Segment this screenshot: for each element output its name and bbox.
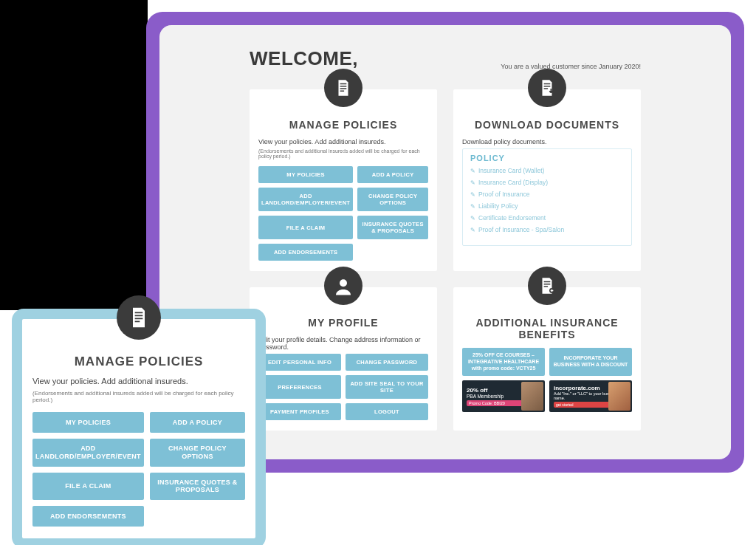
- logout-button[interactable]: LOGOUT: [346, 403, 428, 420]
- additional-benefits-title: ADDITIONAL INSURANCE BENEFITS: [462, 317, 632, 340]
- pencil-icon: [470, 167, 475, 174]
- pba-membership-promo[interactable]: 20% off PBA Membership Promo Code: BBI20: [462, 380, 545, 412]
- preferences-button[interactable]: PREFERENCES: [258, 375, 341, 399]
- pencil-icon: [470, 179, 475, 186]
- change-policy-options-button[interactable]: CHANGE POLICY OPTIONS: [150, 439, 245, 467]
- my-profile-title: MY PROFILE: [258, 317, 428, 329]
- download-documents-card: DOWNLOAD DOCUMENTS Download policy docum…: [453, 89, 641, 271]
- ce-courses-button[interactable]: 25% OFF CE COURSES – INTEGRATIVE HEALTHC…: [462, 348, 545, 376]
- insurance-card-display-link[interactable]: Insurance Card (Display): [470, 179, 624, 186]
- backdrop-black: [0, 0, 148, 310]
- liability-policy-link[interactable]: Liability Policy: [470, 202, 624, 210]
- additional-benefits-card: ADDITIONAL INSURANCE BENEFITS 25% OFF CE…: [453, 287, 641, 431]
- my-policies-button[interactable]: MY POLICIES: [258, 166, 353, 183]
- doc-link-label: Insurance Card (Display): [478, 179, 548, 186]
- document-icon: [117, 295, 161, 340]
- pencil-icon: [470, 191, 475, 198]
- manage-policies-desc: View your policies. Add additional insur…: [32, 377, 245, 385]
- document-download-icon: [528, 69, 566, 107]
- document-icon: [324, 69, 362, 107]
- manage-policies-desc: View your policies. Add additional insur…: [258, 138, 428, 145]
- document-plus-icon: [528, 267, 566, 305]
- doc-link-label: Liability Policy: [478, 202, 518, 210]
- manage-policies-title: MANAGE POLICIES: [258, 119, 428, 131]
- svg-point-0: [340, 279, 347, 287]
- policy-section-head: POLICY: [470, 154, 624, 162]
- insurance-card-wallet-link[interactable]: Insurance Card (Wallet): [470, 167, 624, 174]
- manage-policies-title: MANAGE POLICIES: [32, 354, 245, 369]
- welcome-row: WELCOME, You are a valued customer since…: [188, 47, 703, 70]
- promo-image: [521, 382, 543, 411]
- download-documents-title: DOWNLOAD DOCUMENTS: [462, 119, 632, 131]
- quotes-proposals-button[interactable]: INSURANCE QUOTES & PROPOSALS: [357, 216, 428, 239]
- proof-of-insurance-link[interactable]: Proof of Insurance: [470, 191, 624, 198]
- add-policy-button[interactable]: ADD A POLICY: [150, 412, 245, 433]
- quotes-proposals-button[interactable]: INSURANCE QUOTES & PROPOSALS: [150, 473, 245, 501]
- pencil-icon: [470, 202, 475, 210]
- profile-icon: [324, 267, 362, 305]
- payment-profiles-button[interactable]: PAYMENT PROFILES: [258, 403, 341, 420]
- incorporate-promo[interactable]: incorporate.com Add "Inc." or "LLC" to y…: [549, 380, 632, 412]
- file-claim-button[interactable]: FILE A CLAIM: [258, 216, 353, 239]
- add-endorsements-button[interactable]: ADD ENDORSEMENTS: [32, 506, 144, 527]
- welcome-title: WELCOME,: [250, 47, 358, 70]
- customer-since-text: You are a valued customer since January …: [501, 63, 641, 70]
- my-policies-button[interactable]: MY POLICIES: [32, 412, 144, 433]
- my-profile-desc: Edit your profile details. Change addres…: [258, 336, 428, 351]
- change-policy-options-button[interactable]: CHANGE POLICY OPTIONS: [357, 188, 428, 211]
- doc-link-label: Insurance Card (Wallet): [478, 167, 544, 174]
- add-landlord-button[interactable]: ADD LANDLORD/EMPLOYER/EVENT: [32, 439, 144, 467]
- doc-link-label: Proof of Insurance - Spa/Salon: [478, 226, 564, 233]
- doc-link-label: Proof of Insurance: [478, 191, 529, 198]
- floating-manage-policies-card: MANAGE POLICIES View your policies. Add …: [22, 319, 255, 538]
- incorporate-business-button[interactable]: INCORPORATE YOUR BUSINESS WITH A DISCOUN…: [549, 348, 632, 376]
- my-profile-card: MY PROFILE Edit your profile details. Ch…: [250, 287, 437, 431]
- certificate-endorsement-link[interactable]: Certificate Endorsement: [470, 214, 624, 222]
- add-endorsements-button[interactable]: ADD ENDORSEMENTS: [258, 244, 353, 261]
- download-documents-desc: Download policy documents.: [462, 138, 632, 145]
- proof-of-insurance-spa-link[interactable]: Proof of Insurance - Spa/Salon: [470, 226, 624, 233]
- add-policy-button[interactable]: ADD A POLICY: [357, 166, 428, 183]
- doc-link-label: Certificate Endorsement: [478, 214, 546, 222]
- floating-manage-policies-frame: MANAGE POLICIES View your policies. Add …: [12, 309, 266, 545]
- file-claim-button[interactable]: FILE A CLAIM: [32, 473, 144, 501]
- add-landlord-button[interactable]: ADD LANDLORD/EMPLOYER/EVENT: [258, 188, 353, 211]
- promo-image: [608, 382, 630, 411]
- pencil-icon: [470, 214, 475, 222]
- manage-policies-note: (Endorsements and additional insureds ad…: [32, 390, 245, 403]
- change-password-button[interactable]: CHANGE PASSWORD: [346, 354, 428, 371]
- policy-documents-section: POLICY Insurance Card (Wallet) Insurance…: [462, 148, 632, 246]
- manage-policies-note: (Endorsements and additional insureds ad…: [258, 148, 428, 159]
- edit-personal-info-button[interactable]: EDIT PERSONAL INFO: [258, 354, 341, 371]
- add-site-seal-button[interactable]: ADD SITE SEAL TO YOUR SITE: [346, 375, 428, 399]
- manage-policies-card: MANAGE POLICIES View your policies. Add …: [250, 89, 437, 271]
- pencil-icon: [470, 226, 475, 233]
